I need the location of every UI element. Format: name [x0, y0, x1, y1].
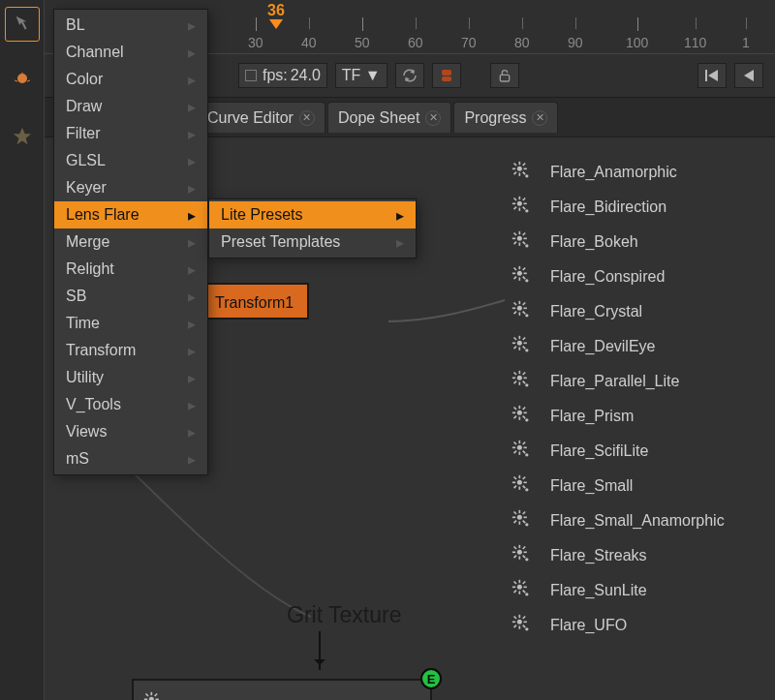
svg-line-129 — [523, 512, 526, 515]
menu-item[interactable]: Time▸ — [54, 310, 207, 337]
menu-item[interactable]: mS▸ — [54, 445, 207, 472]
preset-item[interactable]: Flare_Prism — [512, 405, 725, 428]
tick-90: 90 — [568, 35, 583, 50]
chevron-right-icon: ▸ — [188, 423, 196, 441]
preset-item[interactable]: Flare_Crystal — [512, 300, 725, 323]
menu-item[interactable]: BL▸ — [54, 12, 207, 39]
preset-item[interactable]: Flare_Bidirection — [512, 196, 725, 219]
menu-item[interactable]: Relight▸ — [54, 256, 207, 283]
menu-item[interactable]: Draw▸ — [54, 93, 207, 120]
tf-dropdown[interactable]: TF ▼ — [335, 63, 388, 88]
chevron-right-icon: ▸ — [396, 233, 404, 252]
preset-item[interactable]: Flare_Small — [512, 474, 725, 498]
tool-star[interactable] — [6, 120, 39, 153]
svg-line-149 — [523, 582, 526, 585]
preset-label: Flare_Small_Anamorphic — [550, 512, 725, 530]
svg-line-148 — [514, 591, 517, 593]
flare-icon — [512, 161, 531, 184]
node-transform1[interactable]: Transform1 — [200, 283, 309, 320]
close-icon[interactable]: ✕ — [532, 110, 547, 126]
svg-line-37 — [523, 207, 526, 210]
preset-item[interactable]: Flare_Parallel_Lite — [512, 370, 725, 393]
flare-icon — [512, 474, 531, 498]
flare-icon — [512, 300, 531, 323]
svg-point-110 — [525, 453, 528, 456]
step-back-icon[interactable] — [734, 63, 763, 88]
svg-line-67 — [523, 312, 526, 315]
preset-list: Flare_AnamorphicFlare_BidirectionFlare_B… — [512, 161, 725, 637]
preset-item[interactable]: Flare_Anamorphic — [512, 161, 725, 184]
preset-label: Flare_Crystal — [550, 303, 642, 320]
marker-icon[interactable] — [432, 63, 461, 88]
menu-item[interactable]: Lens Flare▸ — [54, 201, 207, 228]
menu-item[interactable]: Keyer▸ — [54, 174, 207, 201]
svg-line-48 — [514, 242, 517, 245]
node-flare-sunlite[interactable] — [132, 679, 432, 700]
menu-item-label: V_Tools — [66, 396, 121, 413]
menu-item-label: Draw — [66, 98, 102, 115]
svg-line-108 — [514, 451, 517, 454]
svg-line-117 — [523, 486, 526, 489]
svg-line-137 — [523, 556, 526, 559]
svg-line-128 — [514, 521, 517, 524]
menu-item-label: Channel — [66, 44, 124, 61]
svg-line-38 — [514, 207, 517, 210]
svg-rect-5 — [442, 70, 451, 76]
preset-item[interactable]: Flare_Streaks — [512, 544, 725, 567]
menu-item-label: Color — [66, 71, 103, 88]
playhead[interactable]: 36 — [267, 2, 285, 29]
svg-marker-10 — [744, 70, 754, 81]
tool-cursor[interactable] — [6, 8, 39, 41]
submenu-item[interactable]: Lite Presets▸ — [209, 201, 416, 228]
preset-item[interactable]: Flare_Small_Anamorphic — [512, 509, 725, 533]
tool-user[interactable] — [6, 64, 39, 97]
tab-dope-sheet[interactable]: Dope Sheet✕ — [327, 102, 452, 133]
tab-progress[interactable]: Progress✕ — [453, 102, 558, 133]
menu-item[interactable]: Filter▸ — [54, 120, 207, 147]
fps-box[interactable]: fps: 24.0 — [238, 63, 327, 88]
tab-curve-editor[interactable]: Curve Editor✕ — [197, 102, 326, 133]
go-to-start-icon[interactable] — [698, 63, 727, 88]
menu-item-label: Time — [66, 315, 100, 332]
svg-line-126 — [514, 512, 517, 515]
chevron-right-icon: ▸ — [188, 71, 196, 89]
svg-point-121 — [517, 515, 522, 520]
svg-line-29 — [523, 164, 526, 167]
backdrop-label: Grit Texture — [287, 602, 401, 628]
menu-item[interactable]: V_Tools▸ — [54, 391, 207, 418]
preset-item[interactable]: Flare_DevilEye — [512, 335, 725, 358]
lock-icon[interactable] — [490, 63, 519, 88]
menu-item[interactable]: Views▸ — [54, 418, 207, 445]
fps-checkbox-icon[interactable] — [245, 70, 257, 81]
svg-line-97 — [523, 416, 526, 419]
preset-item[interactable]: Flare_Conspired — [512, 265, 725, 289]
preset-item[interactable]: Flare_SunLite — [512, 579, 725, 602]
preset-item[interactable]: Flare_UFO — [512, 614, 725, 637]
menu-item[interactable]: Merge▸ — [54, 228, 207, 256]
menu-item[interactable]: Transform▸ — [54, 337, 207, 364]
svg-rect-8 — [705, 70, 707, 81]
tick-100: 100 — [626, 35, 648, 50]
svg-line-56 — [514, 268, 517, 271]
menu-item-label: Utility — [66, 369, 104, 386]
menu-item[interactable]: GLSL▸ — [54, 147, 207, 174]
submenu-item[interactable]: Preset Templates▸ — [209, 228, 416, 256]
svg-point-141 — [517, 585, 522, 590]
close-icon[interactable]: ✕ — [425, 110, 441, 126]
chevron-right-icon: ▸ — [188, 450, 196, 469]
tick-40: 40 — [301, 35, 317, 50]
preset-item[interactable]: Flare_ScifiLite — [512, 440, 725, 463]
menu-item[interactable]: Color▸ — [54, 66, 207, 93]
svg-line-19 — [155, 693, 158, 696]
menu-item[interactable]: Utility▸ — [54, 364, 207, 391]
svg-point-61 — [517, 306, 522, 311]
tick-70: 70 — [461, 35, 477, 50]
menu-item-label: Lite Presets — [221, 206, 302, 224]
preset-item[interactable]: Flare_Bokeh — [512, 230, 725, 254]
menu-item[interactable]: SB▸ — [54, 283, 207, 310]
svg-line-78 — [514, 347, 517, 350]
sync-icon[interactable] — [395, 63, 424, 88]
close-icon[interactable]: ✕ — [299, 110, 315, 126]
menu-item[interactable]: Channel▸ — [54, 39, 207, 66]
svg-line-146 — [514, 582, 517, 585]
